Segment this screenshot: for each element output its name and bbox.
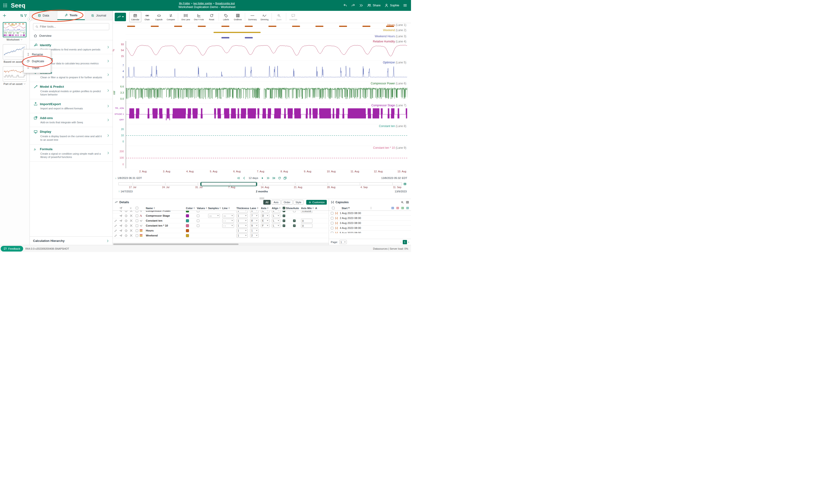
toolbar-button-summary[interactable]: Summary <box>246 12 259 22</box>
dropdown[interactable]: C <box>261 211 270 213</box>
customize-button[interactable]: Customize <box>306 200 327 205</box>
cell-info[interactable] <box>124 224 129 227</box>
cell-thickness[interactable]: 1 <box>237 211 250 213</box>
cell-align[interactable]: L <box>272 211 283 213</box>
trend-chart[interactable]: Hours (Lane 1)Weekend (Lane 2)Weekend Ho… <box>113 23 411 175</box>
breadcrumb-link[interactable]: My Folder <box>179 2 190 5</box>
column-header-axis-min[interactable]: Axis Min <box>301 207 315 210</box>
cell-line[interactable]: - - <box>222 219 237 223</box>
column-header-thickness[interactable]: Thickness <box>237 207 250 210</box>
toolbar-button-one-lane[interactable]: One Lane <box>179 12 192 22</box>
next-page-button[interactable]: › <box>408 240 409 244</box>
show-checkbox[interactable]: ✓ <box>283 211 285 212</box>
color-swatch[interactable] <box>186 224 189 227</box>
table-row[interactable]: Constant ten- -18EL✓✓0 <box>113 218 329 223</box>
capsule-checkbox[interactable] <box>331 227 333 229</box>
worksheet-thumbnail[interactable] <box>3 22 26 37</box>
header-select-col[interactable] <box>134 207 140 209</box>
sort-icon[interactable] <box>193 207 195 209</box>
cell-color[interactable] <box>186 214 197 217</box>
dropdown[interactable]: 7 <box>250 214 259 218</box>
column-header-show[interactable]: ✓ Show <box>283 207 293 210</box>
cell-color[interactable] <box>186 224 197 227</box>
lane-label[interactable]: Optimizer (Lane 5) <box>383 61 406 64</box>
cell-show[interactable]: ✓ <box>283 215 293 217</box>
cell-lane[interactable]: 2 <box>250 234 261 238</box>
cell-line[interactable]: — <box>222 214 237 218</box>
worksheet-thumbnail[interactable] <box>3 66 26 82</box>
display-range-end[interactable]: 13/8/2023 05:32 <box>381 177 401 179</box>
tool-item-formula[interactable]: fxFormulaCreate a signal or condition us… <box>30 145 112 162</box>
cell-send[interactable] <box>119 214 124 217</box>
cell-thickness[interactable]: 1 <box>237 219 250 223</box>
column-header-samples[interactable]: Samples <box>208 207 222 210</box>
sort-icon[interactable] <box>257 207 258 209</box>
stat-column-icon[interactable] <box>401 207 404 210</box>
step-forward-half-button[interactable] <box>261 176 264 180</box>
show-checkbox[interactable]: ✓ <box>283 224 285 227</box>
step-to-end-button[interactable] <box>272 176 276 180</box>
filter-tools-input[interactable] <box>40 25 107 28</box>
context-menu-item-rename[interactable]: Rename <box>24 51 51 58</box>
page-dropdown[interactable]: 1 <box>339 240 349 244</box>
column-header-auto[interactable]: Auto <box>293 207 301 210</box>
stat-column-icon[interactable] <box>391 207 394 210</box>
table-row[interactable]: Compressor Power16CL✓0.00205 <box>113 211 329 213</box>
cell-axis[interactable]: C <box>261 211 272 213</box>
toolbar-button-chain[interactable]: Chain <box>141 12 153 22</box>
cell-send[interactable] <box>119 211 124 212</box>
cell-remove[interactable] <box>129 214 134 218</box>
cell-show[interactable]: ✓ <box>283 211 293 212</box>
prev-page-button[interactable]: ‹ <box>400 240 401 244</box>
dropdown[interactable]: — <box>208 214 220 218</box>
dropdown[interactable]: 1 <box>237 224 248 228</box>
select-all-capsules-checkbox[interactable] <box>332 207 335 209</box>
header-send-col[interactable] <box>119 207 124 210</box>
panel-resize-grip[interactable] <box>113 197 411 199</box>
dropdown[interactable]: - - <box>222 224 234 228</box>
dropdown[interactable]: L <box>272 211 280 213</box>
table-row[interactable]: Weekend12 <box>113 233 329 238</box>
collapse-panel-button[interactable] <box>28 17 32 21</box>
column-header-a[interactable]: A <box>315 207 329 210</box>
cell-send[interactable] <box>119 229 124 232</box>
row-checkbox[interactable] <box>136 219 138 222</box>
lane-label[interactable]: Constant ten (Lane 8) <box>379 124 406 128</box>
cell-send[interactable] <box>119 219 124 222</box>
cell-select[interactable] <box>134 219 140 222</box>
capsule-row[interactable]: 3 Aug 2023 08:00 <box>329 221 411 226</box>
cell-axis-min[interactable]: 0 <box>301 224 315 228</box>
cell-thickness[interactable]: 1 <box>237 224 250 228</box>
cell-axis[interactable]: E <box>261 219 272 223</box>
cell-remove[interactable] <box>129 234 134 237</box>
cell-line[interactable]: - - <box>222 224 237 228</box>
capsule-checkbox[interactable] <box>331 217 333 219</box>
worksheet-thumbnail[interactable] <box>3 44 26 59</box>
timeline-track[interactable] <box>118 182 402 185</box>
cell-remove[interactable] <box>129 219 134 223</box>
dropdown[interactable]: 9 <box>250 224 259 228</box>
investigate-range-duration[interactable]: 2 months <box>256 190 268 193</box>
axis-min-input[interactable]: 0 <box>301 219 312 223</box>
details-filter-style[interactable]: Style <box>294 200 304 205</box>
cell-color[interactable] <box>186 229 197 232</box>
cell-thickness[interactable]: 1 <box>237 234 250 238</box>
capsule-checkbox[interactable] <box>331 222 333 224</box>
table-row[interactable]: Hours11 <box>113 228 329 233</box>
cell-select[interactable] <box>134 211 140 212</box>
sort-icon[interactable] <box>229 207 230 209</box>
dropdown[interactable]: - - <box>222 219 234 223</box>
table-row[interactable]: Constant ten * 10- -19FL✓✓0 <box>113 223 329 228</box>
app-menu-icon[interactable] <box>3 3 8 8</box>
cell-align[interactable]: L <box>272 224 283 228</box>
cell-lane[interactable]: 9 <box>250 224 261 228</box>
worksheet-label[interactable]: Based on asset <box>3 60 27 63</box>
toolbar-button-dimming[interactable]: Dimming <box>259 12 270 22</box>
cell-values[interactable] <box>197 211 208 212</box>
dropdown[interactable]: L <box>272 224 280 228</box>
column-header-lane[interactable]: Lane <box>250 207 261 210</box>
investigate-range-end[interactable]: 13/9/2023 <box>395 190 407 193</box>
capsule-checkbox[interactable] <box>331 232 333 233</box>
cell-remove[interactable] <box>129 229 134 232</box>
undo-button[interactable] <box>343 3 347 8</box>
